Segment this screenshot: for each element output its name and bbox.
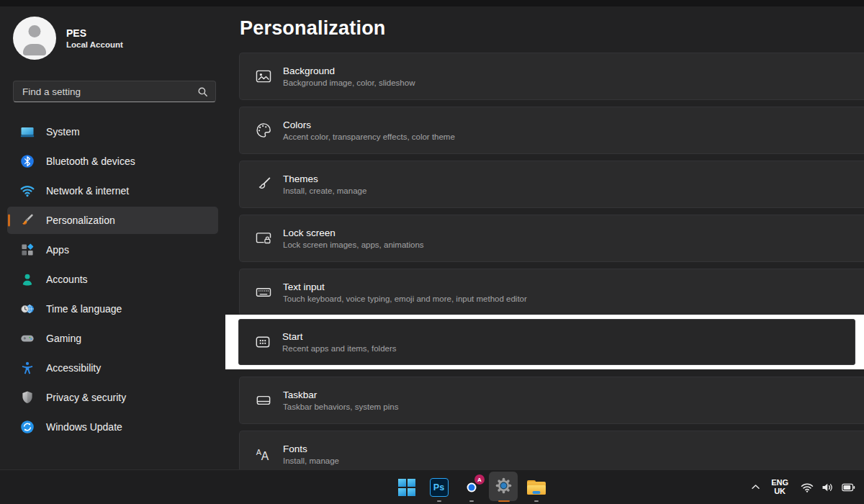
sidebar-item-accessibility[interactable]: Accessibility bbox=[7, 354, 218, 382]
volume-icon[interactable] bbox=[822, 482, 834, 492]
search-input[interactable] bbox=[21, 86, 197, 98]
account-name: PES bbox=[66, 27, 123, 40]
settings-row-themes[interactable]: ThemesInstall, create, manage bbox=[239, 161, 864, 208]
time-language-icon bbox=[20, 302, 35, 316]
find-a-setting-searchbox[interactable] bbox=[13, 81, 216, 102]
taskbar-icon bbox=[254, 391, 273, 410]
row-subtitle: Install, manage bbox=[283, 456, 339, 467]
row-text: Lock screenLock screen images, apps, ani… bbox=[283, 227, 424, 251]
search-icon[interactable] bbox=[197, 86, 208, 97]
svg-text:A: A bbox=[261, 450, 269, 462]
page-title: Personalization bbox=[240, 17, 386, 40]
settings-row-start[interactable]: StartRecent apps and items, folders bbox=[238, 319, 855, 365]
row-title: Fonts bbox=[283, 443, 339, 455]
sidebar-item-gaming[interactable]: Gaming bbox=[7, 325, 218, 352]
photoshop-icon: Ps bbox=[430, 478, 449, 497]
taskbar-app-chrome[interactable]: A bbox=[455, 470, 487, 504]
sidebar-item-personalization[interactable]: Personalization bbox=[7, 207, 218, 234]
row-subtitle: Install, create, manage bbox=[283, 186, 366, 197]
sidebar-item-apps[interactable]: Apps bbox=[7, 236, 218, 264]
tray-chevron-up-icon[interactable] bbox=[751, 484, 760, 490]
file-explorer-icon bbox=[527, 480, 546, 495]
fonts-icon: AA bbox=[254, 445, 273, 464]
start-icon bbox=[253, 333, 272, 351]
sidebar-item-bluetooth-devices[interactable]: Bluetooth & devices bbox=[7, 148, 218, 175]
row-subtitle: Taskbar behaviors, system pins bbox=[283, 402, 398, 413]
sidebar-item-network-internet[interactable]: Network & internet bbox=[7, 177, 218, 204]
chrome-icon: A bbox=[462, 477, 481, 497]
sidebar-item-accounts[interactable]: Accounts bbox=[7, 266, 218, 293]
row-subtitle: Touch keyboard, voice typing, emoji and … bbox=[283, 294, 527, 305]
row-title: Text input bbox=[283, 281, 527, 293]
personalization-icon bbox=[20, 213, 35, 228]
colors-icon bbox=[254, 121, 273, 140]
taskbar-apps: PsA bbox=[390, 470, 552, 504]
open-app-indicator bbox=[534, 500, 539, 503]
sidebar-item-label: Accounts bbox=[46, 274, 88, 285]
row-text: Text inputTouch keyboard, voice typing, … bbox=[283, 281, 527, 305]
settings-row-taskbar[interactable]: TaskbarTaskbar behaviors, system pins bbox=[239, 377, 864, 424]
sidebar-item-system[interactable]: System bbox=[7, 118, 218, 145]
row-text: ThemesInstall, create, manage bbox=[283, 173, 366, 197]
taskbar-app-settings[interactable] bbox=[487, 470, 520, 504]
window-top-edge bbox=[0, 0, 864, 6]
avatar-person-icon bbox=[29, 25, 41, 37]
settings-row-colors[interactable]: ColorsAccent color, transparency effects… bbox=[239, 107, 864, 154]
row-title: Taskbar bbox=[283, 389, 398, 401]
settings-sidebar: PES Local Account SystemBluetooth & devi… bbox=[0, 0, 230, 470]
selected-accent-pill bbox=[8, 215, 10, 227]
sidebar-item-time-language[interactable]: Time & language bbox=[7, 295, 218, 323]
sidebar-item-label: Time & language bbox=[46, 303, 122, 315]
row-subtitle: Lock screen images, apps, animations bbox=[283, 240, 424, 251]
battery-icon[interactable] bbox=[842, 483, 855, 492]
taskbar-app-windows-start[interactable] bbox=[390, 470, 423, 504]
settings-row-lock-screen[interactable]: Lock screenLock screen images, apps, ani… bbox=[239, 215, 864, 262]
active-app-indicator bbox=[498, 500, 510, 503]
row-title: Lock screen bbox=[283, 227, 424, 239]
text-input-icon bbox=[254, 283, 273, 302]
sidebar-item-label: Personalization bbox=[46, 215, 115, 226]
row-text: BackgroundBackground image, color, slide… bbox=[283, 65, 415, 89]
sidebar-item-windows-update[interactable]: Windows Update bbox=[7, 413, 218, 441]
windows-settings-screen: PES Local Account SystemBluetooth & devi… bbox=[0, 0, 864, 504]
open-app-indicator bbox=[469, 500, 474, 503]
lock-screen-icon bbox=[254, 229, 273, 248]
row-title: Start bbox=[282, 330, 397, 343]
sidebar-item-label: Bluetooth & devices bbox=[46, 156, 135, 167]
sidebar-item-label: Network & internet bbox=[46, 185, 129, 197]
row-text: FontsInstall, manage bbox=[283, 443, 339, 467]
themes-icon bbox=[254, 175, 273, 194]
background-icon bbox=[254, 67, 273, 86]
wifi-icon[interactable] bbox=[801, 482, 814, 492]
account-button[interactable]: PES Local Account bbox=[13, 17, 123, 60]
settings-row-background[interactable]: BackgroundBackground image, color, slide… bbox=[239, 53, 864, 100]
row-subtitle: Accent color, transparency effects, colo… bbox=[283, 132, 455, 143]
settings-row-text-input[interactable]: Text inputTouch keyboard, voice typing, … bbox=[239, 269, 864, 316]
row-text: ColorsAccent color, transparency effects… bbox=[283, 119, 455, 143]
sidebar-item-label: Gaming bbox=[46, 333, 81, 344]
sidebar-item-privacy-security[interactable]: Privacy & security bbox=[7, 384, 218, 411]
windows-update-icon bbox=[20, 420, 35, 434]
accounts-icon bbox=[20, 272, 35, 287]
user-avatar bbox=[13, 17, 56, 60]
row-title: Colors bbox=[283, 119, 455, 131]
system-tray: ENG UK bbox=[751, 470, 855, 504]
start-row-highlight-annotation: StartRecent apps and items, folders bbox=[225, 315, 864, 369]
sidebar-item-label: Privacy & security bbox=[46, 392, 126, 403]
taskbar-app-file-explorer[interactable] bbox=[520, 470, 552, 504]
settings-gear-icon bbox=[495, 477, 513, 498]
windows-start-icon bbox=[398, 479, 415, 496]
language-indicator[interactable]: ENG UK bbox=[771, 479, 788, 495]
sidebar-item-label: Windows Update bbox=[46, 421, 122, 433]
chrome-profile-badge: A bbox=[474, 474, 485, 485]
gaming-icon bbox=[20, 331, 35, 346]
windows-taskbar: PsA ENG UK bbox=[0, 469, 864, 504]
apps-icon bbox=[20, 243, 35, 257]
account-type: Local Account bbox=[66, 40, 123, 50]
row-title: Themes bbox=[283, 173, 366, 185]
network-icon bbox=[20, 184, 35, 198]
row-subtitle: Recent apps and items, folders bbox=[282, 343, 397, 354]
accessibility-icon bbox=[20, 361, 35, 375]
taskbar-app-photoshop[interactable]: Ps bbox=[423, 470, 455, 504]
row-title: Background bbox=[283, 65, 415, 77]
